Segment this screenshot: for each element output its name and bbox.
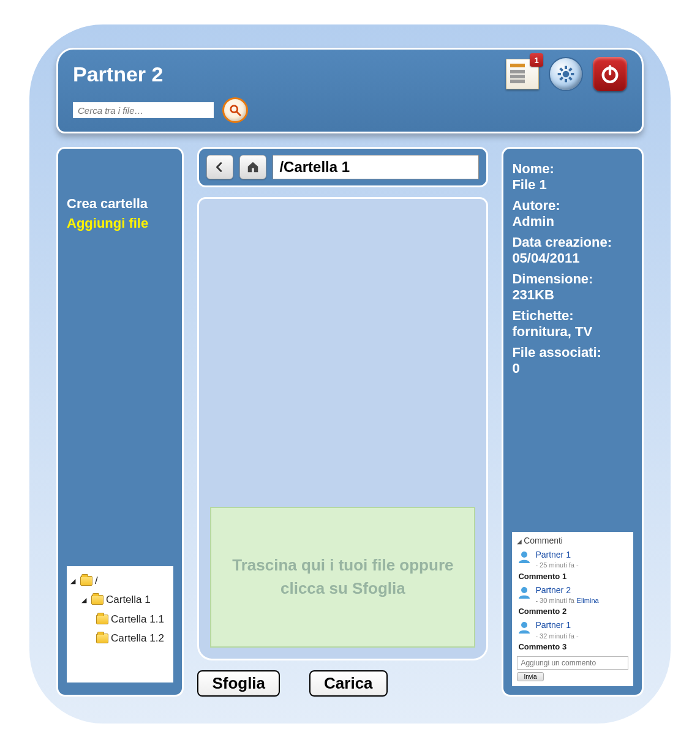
add-comment-input[interactable]	[517, 656, 628, 670]
comment-item: Partner 1- 32 minuti fa -	[517, 618, 628, 641]
tree-item-cartella1-2[interactable]: Cartella 1.2	[70, 629, 170, 648]
detail-tags-value: fornitura, TV	[512, 324, 633, 340]
detail-linked-label: File associati:	[512, 345, 633, 361]
comments-title: Commenti	[517, 536, 628, 545]
create-folder-link[interactable]: Crea cartella	[67, 194, 173, 214]
folder-icon	[96, 634, 108, 643]
dropzone[interactable]: Trascina qui i tuoi file oppure clicca s…	[210, 507, 475, 648]
tree-label: Cartella 1.1	[111, 610, 164, 629]
power-icon[interactable]	[593, 57, 627, 91]
comments-list: Partner 1- 25 minuti fa -Commento 1Partn…	[517, 548, 628, 651]
details-panel: Nome: File 1 Autore: Admin Data creazion…	[502, 147, 644, 697]
header-row-search	[73, 97, 627, 123]
comment-text: Commento 3	[518, 642, 628, 651]
comment-author: Partner 1	[535, 620, 571, 630]
folder-icon	[91, 595, 103, 605]
detail-tags-label: Etichette:	[512, 308, 633, 324]
detail-linked-value: 0	[512, 361, 633, 376]
folder-icon	[80, 576, 92, 586]
svg-point-15	[521, 622, 527, 628]
app-title: Partner 2	[73, 62, 163, 86]
detail-name-label: Nome:	[512, 161, 633, 177]
app-frame: Partner 2 1 Crea cartella	[29, 24, 671, 724]
action-row: Sfoglia Carica	[197, 670, 488, 697]
detail-size-value: 231KB	[512, 287, 633, 303]
detail-size-label: Dimensione:	[512, 271, 633, 287]
tree-toggle-icon[interactable]: ◢	[70, 575, 78, 587]
header-row-top: Partner 2 1	[73, 57, 627, 91]
detail-name-value: File 1	[512, 177, 633, 193]
avatar-icon	[517, 550, 532, 564]
svg-line-12	[237, 112, 241, 116]
tree-item-cartella1[interactable]: ◢ Cartella 1	[70, 590, 170, 609]
home-button[interactable]	[239, 155, 266, 179]
search-input[interactable]	[73, 102, 214, 118]
detail-author-label: Autore:	[512, 198, 633, 214]
folder-tree: ◢ / ◢ Cartella 1 Cartella 1.1 Cartella 1…	[67, 566, 173, 683]
comment-item: Partner 2- 30 minuti fa Elimina	[517, 583, 628, 606]
tree-toggle-icon[interactable]: ◢	[81, 594, 89, 606]
comment-item: Partner 1- 25 minuti fa -	[517, 548, 628, 570]
tree-label: Cartella 1.2	[111, 629, 164, 648]
comment-meta: - 32 minuti fa -	[535, 632, 578, 640]
svg-line-6	[569, 77, 571, 80]
upload-area: Trascina qui i tuoi file oppure clicca s…	[197, 197, 488, 660]
comment-text: Commento 2	[518, 607, 628, 616]
sidebar-panel: Crea cartella Aggiungi file ◢ / ◢ Cartel…	[56, 147, 184, 697]
svg-line-5	[560, 69, 563, 71]
avatar-icon	[517, 585, 532, 600]
body-row: Crea cartella Aggiungi file ◢ / ◢ Cartel…	[56, 147, 644, 697]
back-button[interactable]	[206, 155, 233, 179]
detail-created-value: 05/04/2011	[512, 250, 633, 266]
comment-author: Partner 1	[535, 550, 571, 559]
svg-point-14	[521, 587, 527, 593]
svg-line-8	[569, 69, 571, 71]
comment-delete-link[interactable]: Elimina	[577, 597, 599, 604]
avatar-icon	[517, 620, 532, 635]
header-bar: Partner 2 1	[56, 48, 644, 133]
path-panel	[197, 147, 488, 187]
send-comment-button[interactable]: Invia	[517, 672, 543, 681]
settings-icon[interactable]	[549, 57, 583, 91]
center-column: Trascina qui i tuoi file oppure clicca s…	[197, 147, 488, 697]
comment-meta: - 25 minuti fa -	[535, 561, 578, 569]
tree-label: Cartella 1	[106, 590, 151, 609]
svg-point-13	[521, 552, 527, 558]
comment-meta: - 30 minuti fa	[535, 597, 574, 604]
path-input[interactable]	[273, 155, 479, 179]
svg-point-0	[563, 71, 570, 78]
tree-item-cartella1-1[interactable]: Cartella 1.1	[70, 610, 170, 629]
tree-root[interactable]: ◢ /	[70, 571, 170, 590]
notifications-icon[interactable]: 1	[506, 59, 539, 89]
comment-author: Partner 2	[535, 585, 571, 595]
add-file-link[interactable]: Aggiungi file	[67, 214, 173, 233]
browse-button[interactable]: Sfoglia	[197, 670, 280, 697]
upload-button[interactable]: Carica	[309, 670, 388, 697]
search-button[interactable]	[222, 97, 248, 123]
comment-text: Commento 1	[518, 572, 628, 581]
svg-line-7	[560, 77, 563, 80]
tree-label: /	[95, 571, 98, 590]
detail-author-value: Admin	[512, 214, 633, 230]
header-actions: 1	[506, 57, 627, 91]
comments-box: Commenti Partner 1- 25 minuti fa -Commen…	[512, 532, 633, 686]
folder-icon	[96, 615, 108, 624]
detail-created-label: Data creazione:	[512, 234, 633, 250]
notification-badge: 1	[530, 53, 543, 67]
